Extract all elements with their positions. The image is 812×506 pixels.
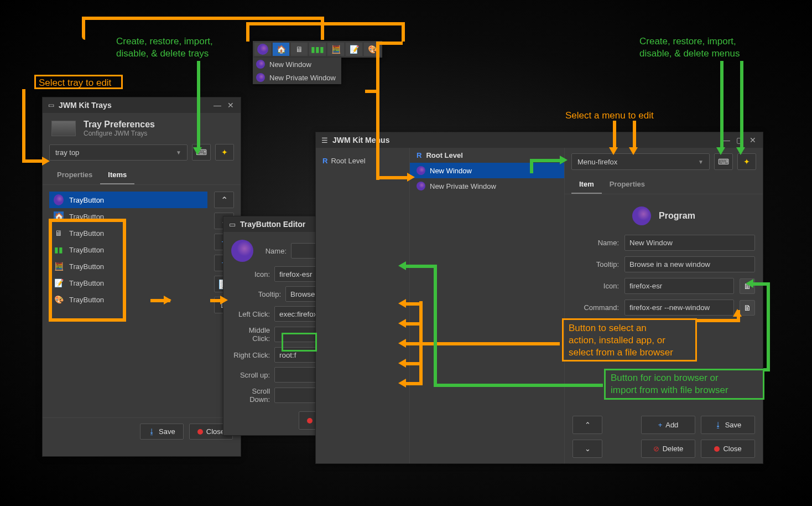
program-header: Program: [572, 200, 755, 232]
menus-title: JWM Kit Menus: [332, 136, 389, 144]
terminal-icon: 🖥: [54, 228, 64, 238]
add-button[interactable]: +Add: [641, 416, 695, 434]
list-item[interactable]: 🎨TrayButton: [49, 291, 207, 308]
trays-tabs: Properties Items: [43, 166, 241, 185]
name-input[interactable]: [624, 235, 755, 251]
tooltip-label: Tooltip:: [231, 290, 281, 298]
tray-icon: [51, 121, 76, 136]
menu-item[interactable]: New Private Window: [410, 178, 564, 194]
tray-icon-firefox: [254, 43, 271, 56]
icon-input[interactable]: [624, 278, 734, 294]
move-down-button[interactable]: ⌄: [572, 440, 602, 458]
minimize-button[interactable]: —: [213, 101, 222, 110]
move-up-button[interactable]: ⌃: [214, 192, 234, 208]
menus-titlebar: ☰ JWM Kit Menus — ▢ ✕: [316, 132, 763, 148]
leftclick-label: Left Click:: [231, 310, 270, 318]
keyboard-button[interactable]: ⌨: [714, 153, 733, 170]
tray-icon-bars: ▮▮▮: [309, 43, 326, 56]
icon-label: Icon:: [231, 270, 270, 278]
chevron-down-icon: ▼: [698, 159, 704, 165]
calc-icon: 🧮: [54, 261, 64, 271]
tab-properties[interactable]: Properties: [49, 166, 100, 184]
firefox-icon: [54, 195, 64, 205]
firefox-icon: [231, 240, 253, 262]
window-icon: ▭: [229, 220, 236, 229]
tree-root-item[interactable]: RRoot Level: [316, 153, 409, 168]
firefox-icon: [417, 182, 425, 190]
pick-icon: 🎨: [54, 295, 64, 304]
menu-items-panel: RRoot Level New Window New Private Windo…: [410, 148, 565, 463]
menus-window: ☰ JWM Kit Menus — ▢ ✕ RRoot Level RRoot …: [315, 132, 763, 464]
root-icon: R: [322, 157, 327, 165]
firefox-icon: [632, 206, 651, 225]
annotation: Create, restore, import, disable, & dele…: [639, 35, 740, 60]
trays-window: ▭ JWM Kit Trays — ✕ Tray Preferences Con…: [42, 97, 241, 457]
chevron-down-icon: ▼: [176, 149, 181, 156]
note-icon: 📝: [54, 278, 64, 288]
list-item[interactable]: 🧮TrayButton: [49, 258, 207, 275]
firefox-icon: [417, 166, 425, 175]
delete-button[interactable]: ⊘Delete: [641, 440, 695, 458]
icon-label: Icon:: [572, 282, 619, 290]
tray-icon-terminal: 🖥: [291, 43, 308, 56]
list-item[interactable]: 📝TrayButton: [49, 275, 207, 291]
middleclick-label: Middle Click:: [231, 326, 270, 343]
close-button[interactable]: Close: [701, 440, 755, 458]
window-icon: ▭: [48, 101, 54, 109]
annotation: Create, restore, import, disable, & dele…: [116, 35, 213, 60]
trays-titlebar: ▭ JWM Kit Trays — ✕: [43, 97, 241, 113]
rightclick-label: Right Click:: [231, 351, 270, 359]
tray-icon-note: 📝: [346, 43, 362, 56]
tooltip-label: Tooltip:: [572, 260, 619, 269]
annotation-box: [282, 333, 317, 352]
menu-tree: RRoot Level: [316, 148, 410, 463]
close-button[interactable]: ✕: [748, 136, 757, 144]
trays-header: Tray Preferences Configure JWM Trays: [43, 113, 241, 144]
list-item[interactable]: TrayButton: [49, 192, 207, 208]
annotation-box: [562, 318, 697, 362]
command-label: Command:: [572, 303, 619, 312]
name-label: Name:: [572, 239, 619, 247]
tray-menu-item[interactable]: New Window: [253, 58, 341, 71]
annotation: Select a menu to edit: [565, 110, 654, 122]
star-button[interactable]: ✦: [737, 153, 756, 170]
tray-items-list: TrayButton 🏠TrayButton 🖥TrayButton ▮▮Tra…: [49, 192, 207, 411]
move-up-button[interactable]: ⌃: [572, 416, 602, 434]
star-button[interactable]: ✦: [215, 144, 234, 161]
save-button[interactable]: ⭳Save: [140, 424, 184, 440]
menu-editor-panel: Menu-firefox▼ ⌨ ✦ Item Properties Progra…: [565, 148, 763, 463]
list-item[interactable]: 🖥TrayButton: [49, 225, 207, 241]
tray-context-menu: New Window New Private Window: [253, 58, 341, 84]
tray-select-dropdown[interactable]: tray top▼: [49, 144, 188, 161]
command-input[interactable]: [624, 300, 734, 316]
browse-command-button[interactable]: [740, 300, 755, 316]
bars-icon: ▮▮: [54, 245, 64, 255]
list-item[interactable]: 🏠TrayButton: [49, 208, 207, 225]
tooltip-input[interactable]: [624, 256, 755, 272]
annotation-box: [604, 369, 764, 400]
tray-preview: 🏠 🖥 ▮▮▮ 🧮 📝 🎨: [253, 41, 382, 58]
tray-icon-home: 🏠: [273, 43, 289, 56]
tray-icon-calc: 🧮: [327, 43, 344, 56]
name-label: Name:: [260, 247, 287, 255]
tray-menu-item[interactable]: New Private Window: [253, 71, 341, 84]
scrollup-label: Scroll up:: [231, 371, 270, 379]
editor-title: TrayButton Editor: [240, 220, 305, 229]
header-subtitle: Configure JWM Trays: [84, 130, 155, 137]
menu-item[interactable]: New Window: [410, 163, 564, 178]
header-title: Tray Preferences: [84, 120, 155, 130]
annotation-box: [34, 75, 123, 89]
save-button[interactable]: ⭳Save: [701, 416, 755, 434]
close-button[interactable]: ✕: [226, 101, 235, 110]
menu-select-dropdown[interactable]: Menu-firefox▼: [571, 153, 710, 170]
list-item[interactable]: ▮▮TrayButton: [49, 241, 207, 258]
tab-properties[interactable]: Properties: [602, 175, 653, 194]
trays-title: JWM Kit Trays: [59, 101, 112, 110]
scrolldown-label: Scroll Down:: [231, 387, 270, 404]
tab-items[interactable]: Items: [100, 166, 134, 184]
root-icon: R: [417, 151, 421, 159]
window-icon: ☰: [321, 136, 328, 144]
tab-item[interactable]: Item: [571, 175, 602, 194]
